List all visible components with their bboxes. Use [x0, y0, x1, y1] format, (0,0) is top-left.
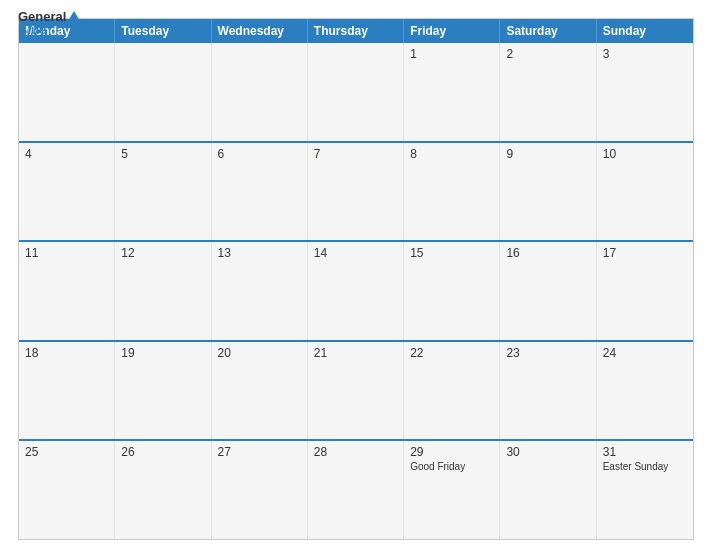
day-number: 29 — [410, 445, 493, 459]
day-cell: 19 — [115, 342, 211, 440]
day-cell: 1 — [404, 43, 500, 141]
day-cell: 14 — [308, 242, 404, 340]
day-number: 27 — [218, 445, 301, 459]
day-number: 2 — [506, 47, 589, 61]
day-number: 16 — [506, 246, 589, 260]
day-number: 9 — [506, 147, 589, 161]
day-cell: 25 — [19, 441, 115, 539]
calendar-grid: MondayTuesdayWednesdayThursdayFridaySatu… — [18, 18, 694, 540]
day-cell: 18 — [19, 342, 115, 440]
day-cell: 27 — [212, 441, 308, 539]
day-cell: 11 — [19, 242, 115, 340]
day-number: 25 — [25, 445, 108, 459]
day-cell — [19, 43, 115, 141]
day-number: 11 — [25, 246, 108, 260]
logo-triangle-icon — [68, 11, 80, 21]
day-number: 19 — [121, 346, 204, 360]
day-cell: 31Easter Sunday — [597, 441, 693, 539]
week-row-3: 11121314151617 — [19, 240, 693, 340]
day-cell: 20 — [212, 342, 308, 440]
day-number: 13 — [218, 246, 301, 260]
day-cell: 3 — [597, 43, 693, 141]
week-row-4: 18192021222324 — [19, 340, 693, 440]
day-cell — [308, 43, 404, 141]
day-number: 6 — [218, 147, 301, 161]
day-number: 30 — [506, 445, 589, 459]
day-cell: 8 — [404, 143, 500, 241]
day-cell: 17 — [597, 242, 693, 340]
week-row-1: 123 — [19, 43, 693, 141]
day-number: 21 — [314, 346, 397, 360]
day-cell: 29Good Friday — [404, 441, 500, 539]
day-number: 23 — [506, 346, 589, 360]
day-number: 10 — [603, 147, 687, 161]
day-event: Good Friday — [410, 461, 493, 472]
day-cell — [115, 43, 211, 141]
day-header-friday: Friday — [404, 19, 500, 43]
day-header-tuesday: Tuesday — [115, 19, 211, 43]
day-cell: 7 — [308, 143, 404, 241]
day-cell: 23 — [500, 342, 596, 440]
day-cell: 4 — [19, 143, 115, 241]
day-cell: 13 — [212, 242, 308, 340]
day-header-saturday: Saturday — [500, 19, 596, 43]
day-number: 14 — [314, 246, 397, 260]
day-number: 18 — [25, 346, 108, 360]
day-number: 20 — [218, 346, 301, 360]
day-number: 1 — [410, 47, 493, 61]
day-number: 31 — [603, 445, 687, 459]
day-cell: 28 — [308, 441, 404, 539]
day-number: 15 — [410, 246, 493, 260]
day-number: 7 — [314, 147, 397, 161]
day-number: 17 — [603, 246, 687, 260]
day-cell: 24 — [597, 342, 693, 440]
calendar-page: General Blue MondayTuesdayWednesdayThurs… — [0, 0, 712, 550]
day-number: 22 — [410, 346, 493, 360]
day-cell: 21 — [308, 342, 404, 440]
day-number: 26 — [121, 445, 204, 459]
day-event: Easter Sunday — [603, 461, 687, 472]
day-number: 3 — [603, 47, 687, 61]
logo-blue-text: Blue — [18, 23, 80, 36]
day-cell: 16 — [500, 242, 596, 340]
day-cell: 22 — [404, 342, 500, 440]
week-row-2: 45678910 — [19, 141, 693, 241]
day-cell: 10 — [597, 143, 693, 241]
day-cell: 2 — [500, 43, 596, 141]
day-cell: 9 — [500, 143, 596, 241]
day-cell: 5 — [115, 143, 211, 241]
day-number: 24 — [603, 346, 687, 360]
day-cell: 12 — [115, 242, 211, 340]
day-number: 4 — [25, 147, 108, 161]
day-number: 12 — [121, 246, 204, 260]
day-cell: 30 — [500, 441, 596, 539]
day-header-wednesday: Wednesday — [212, 19, 308, 43]
day-number: 5 — [121, 147, 204, 161]
day-cell: 6 — [212, 143, 308, 241]
logo: General Blue — [18, 10, 80, 36]
day-header-sunday: Sunday — [597, 19, 693, 43]
week-row-5: 2526272829Good Friday3031Easter Sunday — [19, 439, 693, 539]
day-cell — [212, 43, 308, 141]
weeks-container: 1234567891011121314151617181920212223242… — [19, 43, 693, 539]
day-cell: 15 — [404, 242, 500, 340]
day-cell: 26 — [115, 441, 211, 539]
day-number: 28 — [314, 445, 397, 459]
day-headers-row: MondayTuesdayWednesdayThursdayFridaySatu… — [19, 19, 693, 43]
day-header-thursday: Thursday — [308, 19, 404, 43]
day-number: 8 — [410, 147, 493, 161]
